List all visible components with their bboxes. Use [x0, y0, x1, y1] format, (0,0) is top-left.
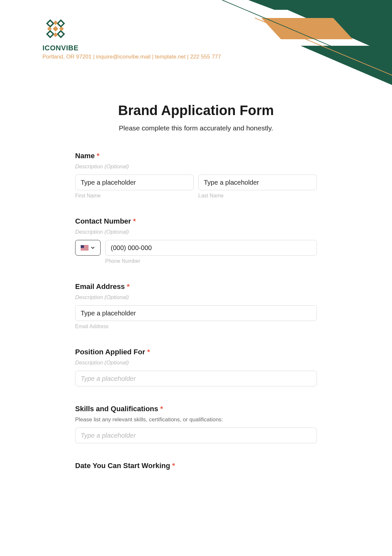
svg-rect-7: [47, 31, 54, 37]
name-label-text: Name: [75, 152, 95, 160]
skills-desc: Please list any relevant skills, certifi…: [75, 416, 317, 423]
contact-label-text: Contact Number: [75, 217, 131, 225]
email-label-text: Email Address: [75, 282, 125, 291]
contact-label: Contact Number *: [75, 217, 317, 226]
brand-contact-line: Portland, OR 97201 | inquire@iconvibe.ma…: [42, 54, 221, 60]
position-input[interactable]: [75, 371, 317, 386]
field-position: Position Applied For * Description (Opti…: [75, 348, 317, 386]
header: ICONVIBE Portland, OR 97201 | inquire@ic…: [0, 0, 392, 60]
required-mark: *: [160, 405, 163, 413]
svg-rect-11: [53, 21, 58, 25]
svg-rect-19: [81, 248, 89, 248]
svg-rect-14: [59, 26, 64, 31]
phone-input[interactable]: [105, 240, 317, 256]
position-desc: Description (Optional): [75, 360, 317, 366]
position-label-text: Position Applied For: [75, 348, 145, 356]
start-date-label-text: Date You Can Start Working: [75, 462, 170, 470]
last-name-sublabel: Last Name: [198, 193, 317, 199]
svg-rect-10: [53, 26, 58, 32]
required-mark: *: [172, 462, 175, 470]
required-mark: *: [127, 282, 130, 291]
brand-name: ICONVIBE: [42, 44, 78, 52]
svg-rect-9: [57, 31, 64, 37]
skills-label-text: Skills and Qualifications: [75, 405, 158, 413]
chevron-down-icon: [90, 245, 95, 250]
last-name-input[interactable]: [198, 175, 317, 190]
name-label: Name *: [75, 152, 317, 160]
skills-input[interactable]: [75, 428, 317, 443]
svg-rect-21: [81, 250, 89, 250]
phone-sublabel: Phone Number: [105, 258, 317, 264]
us-flag-icon: [81, 245, 89, 250]
skills-label: Skills and Qualifications *: [75, 405, 317, 413]
field-start-date: Date You Can Start Working *: [75, 462, 317, 470]
svg-rect-12: [53, 32, 58, 37]
required-mark: *: [133, 217, 136, 225]
email-input[interactable]: [75, 305, 317, 321]
start-date-label: Date You Can Start Working *: [75, 462, 317, 470]
position-label: Position Applied For *: [75, 348, 317, 356]
email-sublabel: Email Address: [75, 324, 317, 329]
svg-rect-22: [81, 245, 84, 248]
country-code-picker[interactable]: [75, 240, 101, 256]
field-skills: Skills and Qualifications * Please list …: [75, 405, 317, 443]
svg-rect-6: [57, 20, 64, 27]
contact-desc: Description (Optional): [75, 229, 317, 235]
field-name: Name * Description (Optional) First Name…: [75, 152, 317, 199]
form-subtitle: Please complete this form accurately and…: [75, 124, 317, 132]
form-container: Brand Application Form Please complete t…: [62, 103, 330, 508]
svg-rect-8: [47, 20, 54, 27]
field-contact: Contact Number * Description (Optional): [75, 217, 317, 264]
email-desc: Description (Optional): [75, 294, 317, 301]
first-name-sublabel: First Name: [75, 193, 194, 199]
svg-rect-20: [81, 249, 89, 249]
required-mark: *: [97, 152, 100, 160]
name-desc: Description (Optional): [75, 163, 317, 170]
form-title: Brand Application Form: [75, 103, 317, 118]
field-email: Email Address * Description (Optional) E…: [75, 282, 317, 329]
first-name-input[interactable]: [75, 175, 194, 190]
required-mark: *: [147, 348, 150, 356]
svg-rect-13: [47, 26, 52, 31]
brand-logo-icon: [42, 16, 69, 42]
email-label: Email Address *: [75, 282, 317, 291]
